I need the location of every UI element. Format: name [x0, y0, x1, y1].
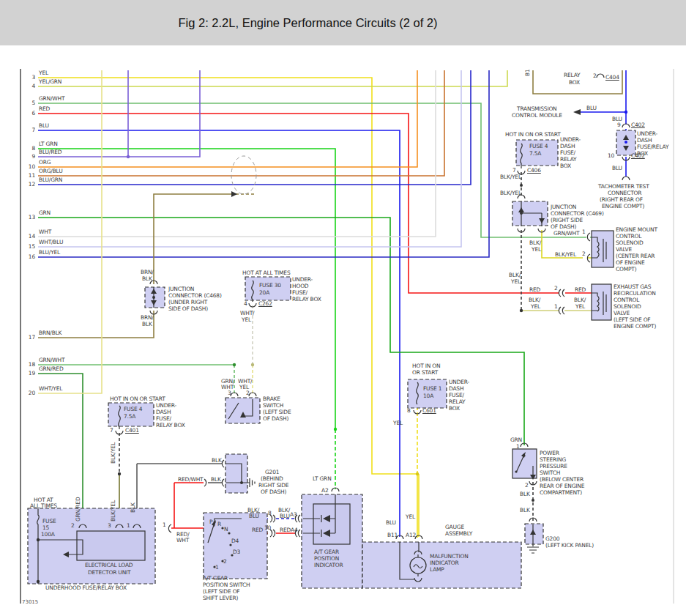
psw-wire-blk1: BLK [520, 491, 530, 498]
fuse4r-name: FUSE 4 [529, 144, 548, 150]
eld-pin1: 1 [127, 523, 130, 530]
egr-red-right: RED [575, 287, 586, 294]
egr-pin2: 2 [554, 286, 558, 292]
row-wire-label-14: WHT [39, 229, 51, 236]
egr-solenoid-box [592, 284, 611, 320]
row-number-13: 13 [25, 215, 35, 221]
fuse30-hot: HOT AT ALL TIMES [242, 270, 290, 277]
row-wire-label-13: GRN [39, 210, 51, 217]
c468-wire1b: BLK [142, 276, 152, 283]
row-number-5: 5 [25, 100, 35, 107]
brake-switch-box [225, 398, 260, 423]
c402-pin10: 10 [608, 153, 614, 160]
row-wire-label-10: ORG [39, 160, 51, 166]
fuse1-box5: BOX [449, 406, 460, 412]
row-wire-label-17: BRN/BLK [39, 330, 61, 337]
g201-wire-blk1: BLK [212, 458, 222, 464]
connector-c262-link[interactable]: C262 [258, 301, 272, 308]
c468-text4: SIDE OF DASH) [168, 306, 208, 313]
wire-blkyel-rot1: BLK/YEL [111, 442, 117, 464]
fuse4r-amp: 7.5A [529, 151, 541, 157]
egr-blkyel-right2: YEL [575, 304, 585, 311]
ga-pin-a12: A12 [406, 532, 416, 539]
eld-inner-box [77, 531, 145, 560]
wire-blkyel-rot2: BLK/YEL [111, 500, 117, 522]
row-wire-label-18: GRN/WHT [39, 357, 64, 364]
tcm-arrow [573, 109, 581, 115]
fuse4l-amp: 7.5A [124, 414, 135, 420]
at-gear-position-switch-box [204, 513, 267, 579]
brake-pin2: 2 [246, 390, 250, 397]
row-wire-label-9: BLU/RED [39, 149, 61, 156]
mount-pin1: 1 [582, 229, 586, 236]
row-wire-label-16: BLU/YEL [39, 250, 60, 256]
sw-pos-p: P [209, 519, 212, 526]
sw-pin-a3: A3 [290, 512, 297, 519]
ind-text3: INDICATOR [314, 563, 343, 569]
row-number-17: 17 [25, 335, 35, 341]
sw-pin10: 10 [264, 525, 271, 532]
c468-wire2b: BLK [142, 322, 152, 328]
ga-pin-b11: B11 [387, 532, 398, 539]
row-number-8: 8 [25, 146, 35, 152]
fuse4r-hot: HOT IN ON OR START [505, 132, 561, 138]
connector-c601-link[interactable]: C601 [422, 408, 436, 415]
sw-pin8: 8 [268, 511, 272, 517]
sw-pos-1: 1 [215, 565, 219, 571]
relay-pin2: 2 [593, 73, 597, 80]
mil-text3: LAMP [430, 567, 444, 574]
row-number-10: 10 [25, 164, 35, 171]
row-number-7: 7 [25, 127, 35, 134]
egr-red-left: RED [529, 287, 540, 294]
brnblk-arrow [231, 191, 237, 197]
redwht-pin1: 1 [163, 522, 166, 529]
tcm-wire-blu: BLU [586, 105, 597, 112]
fuse30-name: FUSE 30 [259, 283, 281, 289]
sw-pos-d3: D3 [233, 549, 240, 556]
fuse4l-box4: RELAY BOX [156, 423, 185, 429]
g201-wire-blk2: BLK [211, 477, 221, 483]
row-number-14: 14 [25, 234, 35, 240]
row-wire-label-5: GRN/WHT [39, 96, 64, 103]
sw-pos-2: 2 [223, 559, 227, 565]
row-number-19: 19 [25, 371, 35, 377]
row-number-15: 15 [25, 244, 35, 251]
mount-wire1: GRN/WHT [553, 231, 579, 237]
engine-mount-solenoid-box [592, 231, 614, 267]
psw-pin2: 2 [525, 483, 529, 489]
indicator-inner-box [313, 504, 350, 544]
fuse4l-pin: 7 [110, 428, 113, 434]
sw-pos-r: R [217, 522, 221, 528]
tcm-label2: CONTROL MODULE [512, 113, 562, 119]
connector-c401-link[interactable]: C401 [125, 428, 139, 434]
sw-wire-bb2b: BLU [280, 513, 290, 520]
fuse1-hot2: OR START [412, 370, 438, 376]
row-number-11: 11 [25, 173, 35, 179]
tach-text4: ENGINE COMPT) [602, 204, 644, 210]
ind-pin-a2: A2 [321, 488, 329, 494]
connector-c406-link[interactable]: C406 [527, 168, 541, 174]
sw-text4: SHIFT LEVER) [203, 595, 238, 602]
row-wire-label-8: LT GRN [39, 141, 58, 148]
ga-wire-blu: BLU [386, 520, 396, 527]
row-number-4: 4 [25, 84, 35, 90]
egr-dash-wire2: YEL [511, 279, 521, 286]
row-wire-label-11: ORG/BLU [39, 168, 63, 175]
redwht-label2: WHT [176, 538, 189, 544]
eld-pin2: 2 [71, 523, 75, 530]
relay-box-label2: BOX [569, 80, 580, 86]
g200-text2: (LEFT KICK PANEL) [545, 543, 594, 549]
row-number-3: 3 [25, 75, 35, 81]
wire-blkyel-1: BLK/YEL [500, 174, 521, 181]
row-wire-label-6: RED [39, 106, 50, 113]
brake-text4: OF DASH) [263, 416, 288, 423]
psw-text7: COMPARTMENT) [540, 490, 582, 497]
connector-c404-link[interactable]: C404 [605, 75, 619, 81]
c402-box-text4: BOX [637, 151, 648, 157]
connector-c402-link-top[interactable]: C402 [631, 122, 645, 129]
egr-pin1: 1 [554, 304, 558, 311]
mount-wire2: BLK/YEL [555, 252, 576, 259]
fuse1-wire-yel: YEL [393, 420, 403, 427]
fuse1-amp: 10A [423, 393, 433, 400]
wire-blkyel-2: BLK/YEL [500, 190, 521, 197]
